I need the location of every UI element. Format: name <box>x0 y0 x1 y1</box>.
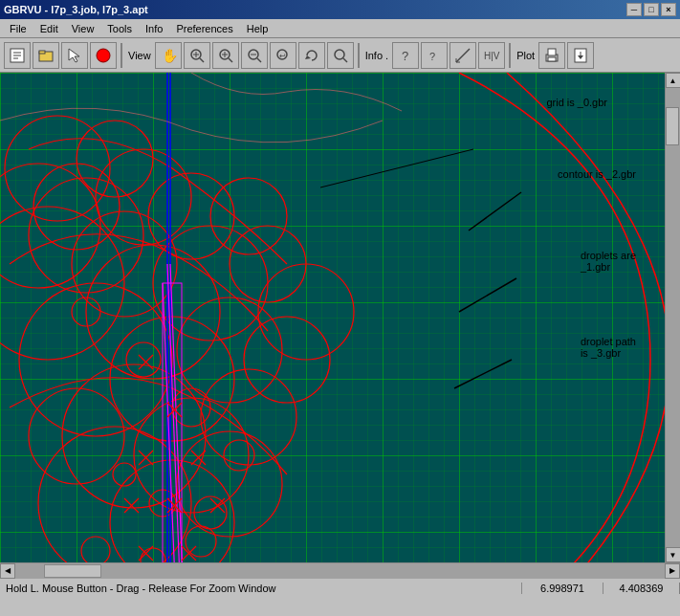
menu-preferences[interactable]: Preferences <box>170 21 238 36</box>
toolbar-view-label: View <box>126 50 153 61</box>
toolbar-info-query[interactable]: ? <box>392 42 419 69</box>
title-bar-buttons: ─ □ × <box>626 3 676 16</box>
menu-file[interactable]: File <box>4 21 33 36</box>
toolbar-zoom-window[interactable] <box>327 42 354 69</box>
toolbar-open[interactable] <box>33 42 59 69</box>
toolbar-sep2 <box>358 43 360 68</box>
toolbar-info2[interactable]: ? <box>421 42 448 69</box>
svg-line-14 <box>229 58 232 62</box>
svg-text:↩: ↩ <box>279 52 286 60</box>
menu-tools[interactable]: Tools <box>101 21 138 36</box>
toolbar-new[interactable] <box>4 42 31 69</box>
status-bar: Hold L. Mouse Button - Drag - Release Fo… <box>0 578 680 597</box>
svg-point-7 <box>97 49 110 62</box>
scroll-left-button[interactable]: ◀ <box>0 563 15 579</box>
toolbar: View ✋ ↩ Info . ? ? H|V Plot <box>0 38 680 73</box>
toolbar-stop[interactable] <box>90 42 117 69</box>
main-area: grid is _0.gbr contour is _2.gbr droplet… <box>0 73 680 578</box>
scroll-thumb-horizontal[interactable] <box>44 564 101 578</box>
scroll-thumb-vertical[interactable] <box>666 107 679 145</box>
toolbar-pan[interactable]: ✋ <box>155 42 182 69</box>
svg-line-24 <box>343 58 347 62</box>
toolbar-plot-label: Plot <box>515 50 537 61</box>
svg-rect-32 <box>548 49 556 55</box>
scroll-down-button[interactable]: ▼ <box>666 547 681 562</box>
svg-marker-6 <box>69 49 79 62</box>
toolbar-export[interactable] <box>567 42 594 69</box>
toolbar-zoom-fit[interactable] <box>184 42 210 69</box>
canvas-area[interactable]: grid is _0.gbr contour is _2.gbr droplet… <box>0 73 665 562</box>
status-message: Hold L. Mouse Button - Drag - Release Fo… <box>0 583 522 594</box>
menu-view[interactable]: View <box>66 21 100 36</box>
toolbar-sep1 <box>121 43 122 68</box>
scroll-up-button[interactable]: ▲ <box>666 73 681 88</box>
toolbar-sep3 <box>509 43 511 68</box>
toolbar-measure[interactable] <box>450 42 476 69</box>
svg-text:✋: ✋ <box>162 48 177 64</box>
menu-edit[interactable]: Edit <box>34 21 64 36</box>
toolbar-print[interactable] <box>538 42 565 69</box>
menu-info[interactable]: Info <box>140 21 168 36</box>
maximize-button[interactable]: □ <box>644 3 659 16</box>
bottom-scrollbar[interactable]: ◀ ▶ <box>0 562 680 578</box>
svg-text:H|V: H|V <box>484 51 500 61</box>
svg-rect-33 <box>548 57 556 61</box>
svg-line-27 <box>456 49 470 62</box>
scroll-track-horizontal[interactable] <box>15 563 665 579</box>
title-bar: GBRVU - l7p_3.job, l7p_3.apt ─ □ × <box>0 0 680 19</box>
svg-rect-5 <box>39 51 45 54</box>
toolbar-zoom-out[interactable] <box>241 42 268 69</box>
toolbar-zoom-prev[interactable]: ↩ <box>270 42 296 69</box>
scroll-right-button[interactable]: ▶ <box>665 563 680 579</box>
coord-x: 6.998971 <box>522 583 603 594</box>
toolbar-info-label: Info . <box>363 50 390 61</box>
svg-line-18 <box>257 58 261 62</box>
toolbar-zoom-in[interactable] <box>212 42 239 69</box>
menu-help[interactable]: Help <box>241 21 274 36</box>
minimize-button[interactable]: ─ <box>626 3 642 16</box>
svg-text:?: ? <box>429 51 435 62</box>
title-text: GBRVU - l7p_3.job, l7p_3.apt <box>4 4 148 15</box>
menu-bar: File Edit View Tools Info Preferences He… <box>0 19 680 38</box>
toolbar-hv[interactable]: H|V <box>478 42 505 69</box>
coord-y: 4.408369 <box>603 583 680 594</box>
toolbar-select[interactable] <box>61 42 88 69</box>
toolbar-redraw[interactable] <box>298 42 325 69</box>
right-scrollbar[interactable]: ▲ ▼ <box>665 73 680 562</box>
svg-line-10 <box>200 58 204 62</box>
close-button[interactable]: × <box>661 3 676 16</box>
scroll-track-vertical[interactable] <box>666 88 681 547</box>
technical-drawing <box>0 73 665 562</box>
svg-text:?: ? <box>402 49 408 63</box>
svg-point-23 <box>335 50 344 59</box>
svg-marker-22 <box>305 55 311 59</box>
